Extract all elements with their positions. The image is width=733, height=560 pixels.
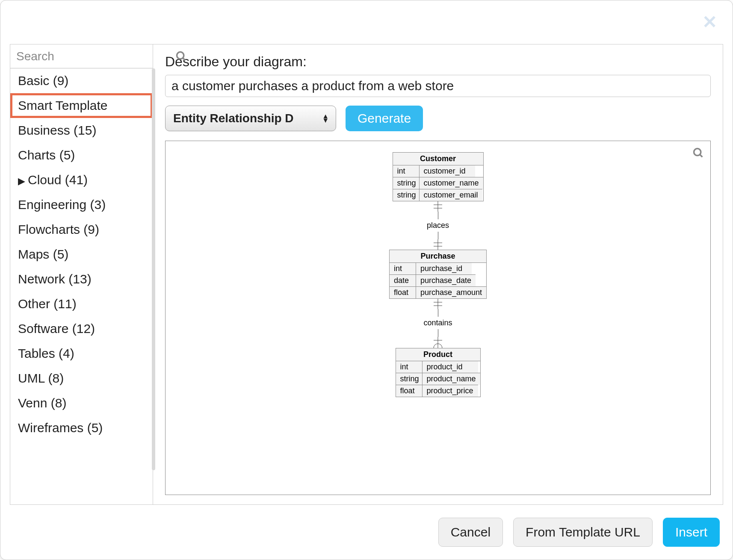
field-name: purchase_date <box>416 274 476 286</box>
entity-field: intproduct_id <box>396 361 480 373</box>
relation: places <box>427 201 449 250</box>
diagram-type-select[interactable]: Entity Relationship D ▲▼ <box>165 106 336 131</box>
sidebar-item-label: Tables (4) <box>18 346 74 360</box>
field-name: purchase_amount <box>416 286 486 298</box>
sidebar-item-label: Smart Template <box>18 98 108 112</box>
sidebar-item-label: Basic (9) <box>18 74 68 88</box>
sidebar-item-4[interactable]: ▶Cloud (41) <box>10 168 153 192</box>
field-name: customer_name <box>419 177 483 189</box>
sidebar-item-13[interactable]: Venn (8) <box>10 391 153 416</box>
sidebar-item-label: Business (15) <box>18 123 96 137</box>
sidebar: Basic (9)Smart TemplateBusiness (15)Char… <box>10 44 153 504</box>
entity-table[interactable]: Customerintcustomer_idstringcustomer_nam… <box>392 152 483 201</box>
entity-table[interactable]: Productintproduct_idstringproduct_namefl… <box>395 348 480 397</box>
entity-field: intcustomer_id <box>393 165 483 177</box>
field-type: string <box>393 189 419 201</box>
entity-field: floatpurchase_amount <box>390 286 486 298</box>
sidebar-item-label: Engineering (3) <box>18 197 106 212</box>
sidebar-item-label: Venn (8) <box>18 396 66 410</box>
field-name: product_price <box>422 385 478 397</box>
controls-row: Entity Relationship D ▲▼ Generate <box>165 106 711 131</box>
entity-field: stringcustomer_name <box>393 177 483 189</box>
relation-label: contains <box>423 318 452 327</box>
entity-field: intpurchase_id <box>390 263 486 274</box>
search-input[interactable] <box>10 50 175 63</box>
preview-canvas[interactable]: Customerintcustomer_idstringcustomer_nam… <box>165 141 711 495</box>
dialog-footer: Cancel From Template URL Insert <box>10 505 723 550</box>
sidebar-item-label: Wireframes (5) <box>18 421 103 435</box>
field-name: purchase_id <box>416 263 472 274</box>
sidebar-item-12[interactable]: UML (8) <box>10 366 153 391</box>
entity-name: Customer <box>393 153 483 165</box>
svg-point-0 <box>177 52 184 59</box>
prompt-label: Describe your diagram: <box>165 54 711 70</box>
updown-icon: ▲▼ <box>322 114 329 122</box>
entity-name: Product <box>396 348 480 361</box>
sidebar-item-label: Charts (5) <box>18 148 75 162</box>
sidebar-item-label: Other (11) <box>18 297 77 311</box>
field-type: float <box>390 286 416 298</box>
relation: contains <box>423 299 452 348</box>
sidebar-item-7[interactable]: Maps (5) <box>10 242 153 267</box>
field-type: int <box>390 263 416 274</box>
relation-label: places <box>427 221 449 230</box>
field-name: customer_id <box>419 165 475 177</box>
sidebar-item-11[interactable]: Tables (4) <box>10 341 153 366</box>
sidebar-item-label: Maps (5) <box>18 247 68 261</box>
entity-field: stringproduct_name <box>396 373 480 385</box>
field-type: int <box>396 361 422 373</box>
sidebar-item-10[interactable]: Software (12) <box>10 316 153 341</box>
field-type: float <box>396 385 422 397</box>
field-name: product_name <box>422 373 480 385</box>
entity-table[interactable]: Purchaseintpurchase_iddatepurchase_datef… <box>389 250 487 299</box>
sidebar-item-label: Software (12) <box>18 321 95 336</box>
sidebar-item-3[interactable]: Charts (5) <box>10 143 153 168</box>
entity-field: datepurchase_date <box>390 274 486 286</box>
entity-name: Purchase <box>390 250 486 263</box>
sidebar-item-label: UML (8) <box>18 371 64 385</box>
dialog-body: Basic (9)Smart TemplateBusiness (15)Char… <box>10 44 723 505</box>
category-list: Basic (9)Smart TemplateBusiness (15)Char… <box>10 68 153 504</box>
sidebar-item-label: Network (13) <box>18 272 92 286</box>
scrollbar[interactable] <box>152 68 155 470</box>
field-name: customer_email <box>419 189 482 201</box>
svg-line-1 <box>183 58 186 60</box>
field-type: string <box>393 177 419 189</box>
cancel-button[interactable]: Cancel <box>438 518 503 547</box>
entity-field: stringcustomer_email <box>393 189 483 201</box>
sidebar-item-6[interactable]: Flowcharts (9) <box>10 217 153 242</box>
template-dialog: ✕ Basic (9)Smart TemplateBusiness (15)Ch… <box>0 0 733 560</box>
zoom-icon[interactable] <box>692 147 704 159</box>
sidebar-item-label: Flowcharts (9) <box>18 222 99 236</box>
field-type: date <box>390 274 416 286</box>
sidebar-item-0[interactable]: Basic (9) <box>10 68 153 93</box>
from-template-url-button[interactable]: From Template URL <box>513 518 653 547</box>
main-panel: Describe your diagram: Entity Relationsh… <box>153 44 723 504</box>
field-type: int <box>393 165 419 177</box>
svg-point-2 <box>694 149 701 156</box>
insert-button[interactable]: Insert <box>663 518 720 547</box>
generate-button[interactable]: Generate <box>346 106 423 131</box>
prompt-input[interactable] <box>165 75 711 97</box>
sidebar-item-9[interactable]: Other (11) <box>10 292 153 316</box>
sidebar-item-8[interactable]: Network (13) <box>10 267 153 292</box>
field-name: product_id <box>422 361 478 373</box>
sidebar-item-2[interactable]: Business (15) <box>10 118 153 143</box>
entity-field: floatproduct_price <box>396 385 480 397</box>
sidebar-item-1[interactable]: Smart Template <box>10 93 153 118</box>
expand-icon: ▶ <box>18 176 25 186</box>
sidebar-item-14[interactable]: Wireframes (5) <box>10 416 153 440</box>
search-icon <box>175 50 187 62</box>
sidebar-item-5[interactable]: Engineering (3) <box>10 192 153 217</box>
sidebar-item-label: Cloud (41) <box>28 173 88 187</box>
field-type: string <box>396 373 422 385</box>
close-icon[interactable]: ✕ <box>702 13 717 31</box>
svg-line-3 <box>700 155 703 157</box>
diagram-type-label: Entity Relationship D <box>173 112 294 125</box>
er-diagram: Customerintcustomer_idstringcustomer_nam… <box>389 152 487 397</box>
sidebar-search <box>10 44 153 68</box>
